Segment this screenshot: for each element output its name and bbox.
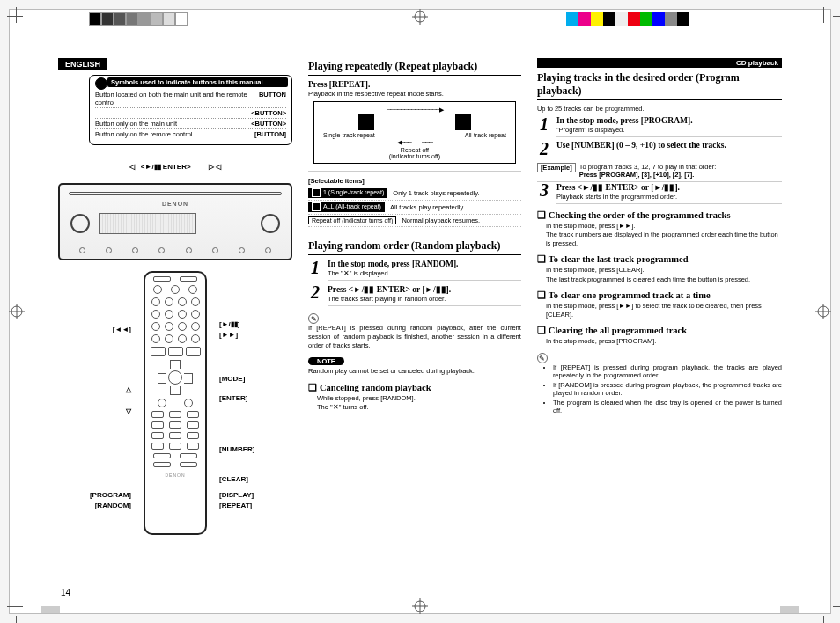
- step-2: 2 Press <►/▮▮ ENTER> or [►/▮▮]. The trac…: [308, 284, 521, 306]
- column-left: ENGLISH Symbols used to indicate buttons…: [58, 58, 292, 578]
- remote-label-number: [NUMBER]: [219, 445, 254, 453]
- symbols-legend-box: Symbols used to indicate buttons in this…: [89, 75, 292, 145]
- registration-mark: [412, 9, 428, 25]
- legend-row: Button only on the remote control[BUTTON…: [95, 129, 286, 139]
- registration-mark: [9, 304, 25, 319]
- color-bar: [566, 12, 689, 26]
- repeat-one-icon: [358, 114, 374, 130]
- remote-illustration-area: DENON [◄◄] [►/▮▮] [►►] [MODE] [ENTER] △ …: [58, 271, 292, 544]
- remote-label-display: [DISPLAY]: [219, 491, 254, 499]
- remote-label-next: [►►]: [219, 331, 238, 339]
- repeat-press-line: Press [REPEAT].: [308, 80, 521, 89]
- step-number: 3: [537, 182, 551, 198]
- cancel-random-body: While stopped, press [RANDOM]. The "✕" t…: [317, 394, 521, 412]
- grayscale-bar: [89, 12, 188, 26]
- remote-label-up: △: [126, 385, 131, 393]
- column-right: CD playback Playing tracks in the desire…: [537, 58, 782, 578]
- check-order-body: In the stop mode, press [►►]. The track …: [546, 222, 782, 248]
- subhead-clear-all: Clearing the all programmed track: [537, 325, 782, 335]
- heading-program: Playing tracks in the desired order (Pro…: [537, 71, 782, 100]
- registration-mark: [412, 598, 428, 614]
- step-number: 1: [537, 116, 551, 132]
- program-notes-list: If [REPEAT] is pressed during program pl…: [546, 363, 782, 414]
- legend-row: Button only on the main unit<BUTTON>: [95, 119, 286, 129]
- page-number: 14: [61, 588, 70, 597]
- remote-illustration: DENON: [144, 271, 207, 535]
- step-1: 1 In the stop mode, press [PROGRAM]. "Pr…: [537, 116, 782, 137]
- repeat-mode-diagram: ───────────────▶ Single-track repeatAll-…: [313, 101, 516, 164]
- remote-label-mode: [MODE]: [219, 375, 245, 383]
- note-icon: ✎: [537, 353, 548, 363]
- subhead-clear-last: To clear the last track programmed: [537, 253, 782, 264]
- step-number: 2: [537, 141, 551, 157]
- remote-label-enter: [ENTER]: [219, 394, 247, 402]
- heading-random: Playing random order (Random playback): [308, 239, 521, 255]
- remote-label-playpause: [►/▮▮]: [219, 320, 239, 328]
- section-tab: CD playback: [537, 58, 782, 68]
- table-row: ALL (All-track repeat)All tracks play re…: [308, 201, 521, 215]
- registration-mark: [815, 304, 831, 319]
- repeat-press-block: Press [REPEAT]. Playback in the respecti…: [308, 80, 521, 172]
- table-row: Repeat off (indicator turns off)Normal p…: [308, 215, 521, 227]
- remote-label-down: ▽: [126, 407, 131, 415]
- page-content: ENGLISH Symbols used to indicate buttons…: [58, 58, 782, 578]
- remote-label-program: [PROGRAM]: [90, 491, 131, 499]
- step-number: 2: [308, 284, 322, 300]
- remote-label-prev: [◄◄]: [113, 326, 131, 333]
- step-2: 2 Use [NUMBER] (0 – 9, +10) to select th…: [537, 141, 782, 157]
- clear-all-body: In the stop mode, press [PROGRAM].: [546, 337, 782, 346]
- print-mark: [41, 606, 60, 613]
- heading-repeat: Playing repeatedly (Repeat playback): [308, 60, 521, 76]
- clear-last-body: In the stop mode, press [CLEAR]. The las…: [546, 266, 782, 283]
- column-middle: Playing repeatedly (Repeat playback) Pre…: [308, 58, 521, 578]
- list-item: If [REPEAT] is pressed during program pl…: [553, 363, 782, 379]
- random-note-text: If [REPEAT] is pressed during random pla…: [308, 324, 521, 350]
- list-item: If [RANDOM] is pressed during program pl…: [553, 381, 782, 397]
- program-intro: Up to 25 tracks can be programmed.: [537, 105, 782, 113]
- legend-row: <BUTTON>: [95, 108, 286, 119]
- print-mark: [780, 606, 799, 613]
- program-example: [Example] To program tracks 3, 12, 7 to …: [537, 160, 782, 182]
- symbols-legend-header: Symbols used to indicate buttons in this…: [107, 77, 288, 87]
- table-row: 1 (Single-track repeat)Only 1 track play…: [308, 187, 521, 201]
- random-note2: Random play cannot be set or canceled du…: [308, 367, 521, 376]
- subhead-check-order: Checking the order of the programmed tra…: [537, 209, 782, 220]
- disc-icon: [95, 77, 107, 90]
- remote-label-random: [RANDOM]: [95, 502, 131, 509]
- remote-label-repeat: [REPEAT]: [219, 502, 252, 509]
- step-number: 1: [308, 260, 322, 275]
- step-1: 1 In the stop mode, press [RANDOM]. The …: [308, 260, 521, 281]
- step-3: 3 Press <►/▮▮ ENTER> or [►/▮▮]. Playback…: [537, 182, 782, 204]
- device-brand: DENON: [162, 201, 188, 207]
- subhead-cancel-random: Canceling random playback: [308, 382, 521, 392]
- device-callout-label: ◁ <►/▮▮ ENTER> ▷ ◁: [58, 163, 292, 171]
- repeat-all-icon: [455, 114, 471, 130]
- note-icon: ✎: [308, 313, 319, 324]
- legend-row: Button located on both the main unit and…: [95, 90, 286, 108]
- page-outer: ENGLISH Symbols used to indicate buttons…: [9, 9, 831, 614]
- main-unit-illustration: DENON: [58, 183, 292, 260]
- language-tab: ENGLISH: [58, 58, 107, 70]
- clear-one-body: In the stop mode, press [►►] to select t…: [546, 302, 782, 319]
- selectable-items-table: [Selectable items] 1 (Single-track repea…: [308, 177, 521, 227]
- list-item: The program is cleared when the disc tra…: [553, 399, 782, 414]
- remote-label-clear: [CLEAR]: [219, 475, 248, 483]
- subhead-clear-one: To clear one programmed track at a time: [537, 290, 782, 300]
- note-badge: NOTE: [308, 357, 344, 365]
